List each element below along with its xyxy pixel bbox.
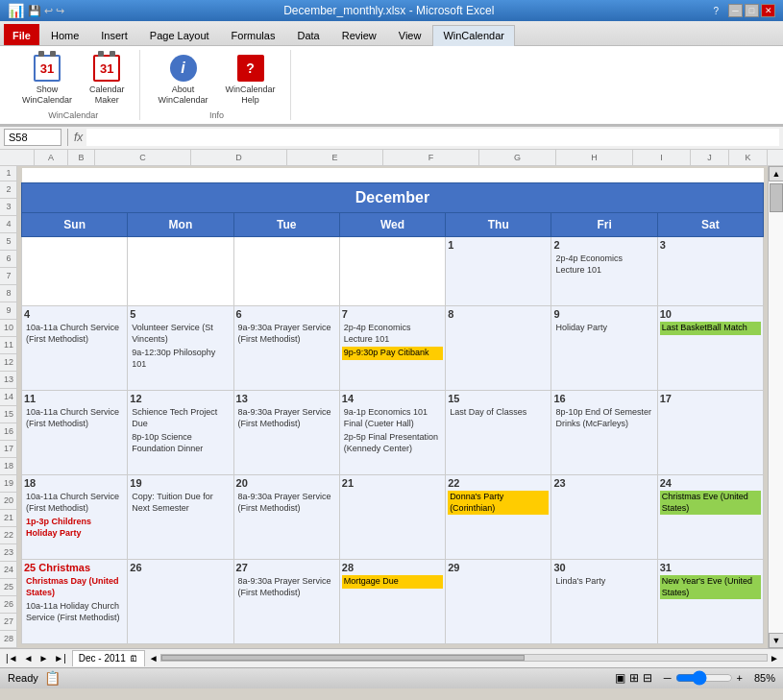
view-page-button[interactable]: ⊟ [643, 671, 652, 685]
day-number: 6 [236, 308, 337, 320]
formula-input[interactable] [86, 129, 779, 146]
scroll-up-button[interactable]: ▲ [769, 166, 783, 181]
scroll-left-button[interactable]: ◄ [149, 653, 159, 664]
sheet-tab-icon: 🗓 [130, 654, 138, 664]
event: 2p-5p Final Presentation (Kennedy Center… [342, 431, 443, 455]
day-number: 22 [448, 477, 549, 489]
tab-file[interactable]: File [4, 24, 39, 45]
zoom-slider[interactable] [675, 674, 733, 682]
view-layout-button[interactable]: ⊞ [629, 671, 639, 685]
header-wed: Wed [339, 213, 445, 237]
calendar-table: December Sun Mon Tue Wed Thu Fri Sat [21, 168, 764, 645]
table-row: 13 8a-9:30a Prayer Service (First Method… [233, 391, 339, 475]
event: 9p-9:30p Pay Citibank [342, 347, 443, 360]
table-row: 20 8a-9:30a Prayer Service (First Method… [233, 475, 339, 560]
restore-button[interactable]: □ [745, 4, 759, 17]
close-button[interactable]: ✕ [761, 4, 775, 17]
event: 10a-11a Church Service (First Methodist) [24, 406, 125, 430]
ribbon: File Home Insert Page Layout Formulas Da… [0, 21, 783, 127]
table-row: 11 10a-11a Church Service (First Methodi… [22, 391, 128, 475]
event: 8a-9:30a Prayer Service (First Methodist… [236, 406, 337, 430]
table-row: 26 [128, 560, 233, 644]
show-wincalendar-button[interactable]: 31 ShowWinCalendar [15, 50, 79, 109]
tab-review[interactable]: Review [331, 24, 387, 45]
col-c: C [95, 150, 191, 165]
sheet-last-button[interactable]: ►| [52, 653, 68, 664]
table-row [339, 237, 445, 306]
event: 10a-11a Holiday Church Service (First Me… [24, 600, 125, 624]
table-row: 12 Schience Tech Project Due 8p-10p Scie… [128, 391, 233, 475]
event: 2p-4p Economics Lecture 101 [342, 322, 443, 346]
day-number: 23 [553, 477, 654, 489]
col-i: I [633, 150, 691, 165]
tab-insert[interactable]: Insert [90, 24, 138, 45]
calendar-maker-button[interactable]: 31 CalendarMaker [83, 50, 132, 109]
tab-formulas[interactable]: Formulas [221, 24, 286, 45]
scroll-right-button[interactable]: ► [770, 653, 779, 664]
calendar-title: December [22, 183, 764, 213]
status-bar: Ready 📋 ▣ ⊞ ⊟ ─ + 85% [0, 667, 783, 688]
day-number: 19 [130, 477, 231, 489]
day-number: 7 [342, 308, 443, 320]
event: 9a-1p Economics 101 Final (Cueter Hall) [342, 406, 443, 430]
table-row: 27 8a-9:30a Prayer Service (First Method… [233, 560, 339, 644]
sheet-tab-bar: |◄ ◄ ► ►| Dec - 2011 🗓 ◄ ► [0, 648, 783, 667]
window-title: December_monthly.xlsx - Microsoft Excel [64, 4, 713, 17]
status-left: Ready 📋 [8, 670, 61, 686]
main-area: A B C D E F G H I J K 1 2 3 4 5 6 7 8 9 … [0, 150, 783, 688]
sheet-tab-dec2011[interactable]: Dec - 2011 🗓 [72, 650, 145, 666]
ribbon-group-wincalendar: 31 ShowWinCalendar 31 CalendarMaker WinC… [8, 50, 140, 120]
scroll-track[interactable] [769, 181, 783, 633]
table-row: 31 New Year's Eve (United States) [657, 560, 763, 644]
header-mon: Mon [128, 213, 233, 237]
table-row [128, 237, 233, 306]
sheet-next-button[interactable]: ► [37, 653, 50, 664]
info-group-label: Info [209, 110, 224, 120]
zoom-plus-button[interactable]: + [737, 672, 743, 684]
sheet-nav-buttons[interactable]: |◄ ◄ ► ►| [0, 653, 72, 664]
ribbon-group-info: i AboutWinCalendar ? WinCalendarHelp Inf… [144, 50, 291, 120]
wincalendar-help-button[interactable]: ? WinCalendarHelp [219, 50, 282, 109]
show-wincalendar-label: ShowWinCalendar [22, 84, 72, 106]
day-number: 30 [553, 562, 654, 573]
table-row: 3 [657, 237, 763, 306]
tab-view[interactable]: View [388, 24, 432, 45]
zoom-minus-button[interactable]: ─ [664, 672, 672, 684]
horizontal-scrollbar[interactable]: ◄ ► [145, 653, 783, 664]
view-normal-button[interactable]: ▣ [615, 671, 625, 685]
event: 1p-3p Childrens Holiday Party [24, 516, 125, 540]
scroll-thumb[interactable] [770, 183, 783, 212]
header-tue: Tue [233, 213, 339, 237]
header-sun: Sun [22, 213, 128, 237]
about-wincalendar-button[interactable]: i AboutWinCalendar [152, 50, 215, 109]
sheet-prev-button[interactable]: ◄ [22, 653, 36, 664]
table-row: 10 Last BasketBall Match [657, 306, 763, 391]
event: Donna's Party (Corinthian) [448, 491, 549, 515]
h-scroll-thumb[interactable] [161, 655, 525, 661]
sheet-first-button[interactable]: |◄ [4, 653, 20, 664]
h-scroll-track[interactable] [160, 654, 768, 662]
event: Linda's Party [553, 575, 654, 589]
day-number: 26 [130, 562, 231, 573]
table-row: 23 [551, 475, 657, 560]
event: Last Day of Classes [448, 406, 549, 420]
day-number: 28 [342, 562, 443, 573]
window-controls[interactable]: ? ─ □ ✕ [713, 4, 775, 17]
table-row: 29 [446, 560, 551, 644]
col-headers: A B C D E F G H I J K [35, 150, 768, 165]
minimize-button[interactable]: ─ [728, 4, 743, 17]
event: New Year's Eve (United States) [660, 575, 761, 599]
event: 8p-10p End Of Semester Drinks (McFarleys… [553, 406, 654, 430]
event: Schience Tech Project Due [130, 406, 231, 430]
vertical-scrollbar[interactable]: ▲ ▼ [768, 166, 783, 648]
tab-data[interactable]: Data [286, 24, 330, 45]
scroll-down-button[interactable]: ▼ [769, 633, 783, 648]
about-icon: i [168, 53, 199, 84]
group-buttons: 31 ShowWinCalendar 31 CalendarMaker [15, 50, 132, 109]
tab-home[interactable]: Home [40, 24, 89, 45]
name-box[interactable] [4, 129, 61, 146]
col-a: A [35, 150, 68, 165]
table-row [233, 237, 339, 306]
tab-pagelayout[interactable]: Page Layout [139, 24, 220, 45]
tab-wincalendar[interactable]: WinCalendar [432, 25, 515, 46]
